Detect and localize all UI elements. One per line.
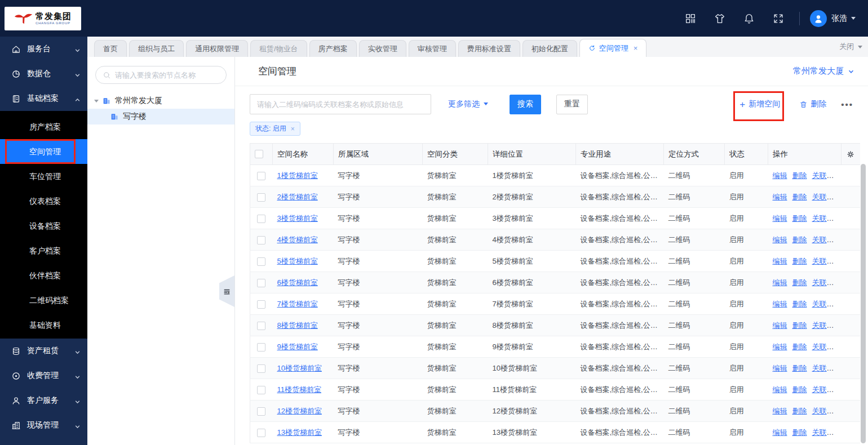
op-link-删除[interactable]: 删除 bbox=[792, 342, 807, 351]
apps-grid-icon[interactable] bbox=[684, 12, 697, 25]
sidebar-item-客户服务[interactable]: 客户服务 bbox=[0, 388, 87, 413]
tree-node-常州常发大厦[interactable]: 常州常发大厦 bbox=[87, 93, 234, 109]
op-link-关联工单[interactable]: 关联工单 bbox=[812, 321, 842, 330]
row-checkbox[interactable] bbox=[257, 215, 265, 223]
space-name-link[interactable]: 8楼货梯前室 bbox=[277, 321, 318, 330]
sidebar-item-资产租赁[interactable]: 资产租赁 bbox=[0, 339, 87, 363]
row-checkbox[interactable] bbox=[257, 364, 265, 373]
op-link-删除[interactable]: 删除 bbox=[792, 300, 807, 308]
op-link-删除[interactable]: 删除 bbox=[792, 278, 807, 287]
op-link-编辑[interactable]: 编辑 bbox=[773, 364, 787, 372]
tab-close-icon[interactable]: × bbox=[634, 44, 638, 52]
space-name-link[interactable]: 9楼货梯前室 bbox=[277, 342, 318, 351]
op-link-编辑[interactable]: 编辑 bbox=[773, 171, 787, 180]
sidebar-subitem-基础资料[interactable]: 基础资料 bbox=[0, 313, 87, 337]
op-link-关联工单[interactable]: 关联工单 bbox=[812, 300, 842, 308]
space-name-link[interactable]: 1楼货梯前室 bbox=[277, 171, 318, 180]
op-link-编辑[interactable]: 编辑 bbox=[773, 235, 787, 244]
space-name-link[interactable]: 7楼货梯前室 bbox=[277, 300, 318, 308]
close-tabs-button[interactable]: 关闭 bbox=[839, 42, 862, 52]
tab-空间管理[interactable]: 空间管理× bbox=[579, 39, 647, 57]
space-name-link[interactable]: 4楼货梯前室 bbox=[277, 235, 318, 244]
tab-费用标准设置[interactable]: 费用标准设置 bbox=[458, 40, 520, 57]
row-checkbox[interactable] bbox=[257, 322, 265, 330]
tab-租赁/物业台[interactable]: 租赁/物业台 bbox=[250, 40, 307, 57]
space-name-link[interactable]: 11楼货梯前室 bbox=[277, 385, 322, 394]
tab-通用权限管理[interactable]: 通用权限管理 bbox=[186, 40, 248, 57]
space-name-link[interactable]: 3楼货梯前室 bbox=[277, 214, 318, 222]
row-checkbox[interactable] bbox=[257, 300, 265, 309]
op-link-编辑[interactable]: 编辑 bbox=[773, 385, 787, 394]
op-link-删除[interactable]: 删除 bbox=[792, 407, 807, 415]
project-selector[interactable]: 常州常发大厦 bbox=[793, 66, 854, 77]
op-link-编辑[interactable]: 编辑 bbox=[773, 321, 787, 330]
tab-实收管理[interactable]: 实收管理 bbox=[359, 40, 406, 57]
space-name-link[interactable]: 5楼货梯前室 bbox=[277, 257, 318, 265]
notifications-bell-icon[interactable] bbox=[743, 12, 755, 25]
row-checkbox[interactable] bbox=[257, 386, 265, 394]
op-link-编辑[interactable]: 编辑 bbox=[773, 300, 787, 308]
op-link-删除[interactable]: 删除 bbox=[792, 171, 807, 180]
theme-skin-icon[interactable] bbox=[714, 12, 726, 25]
sidebar-item-数据仓[interactable]: 数据仓 bbox=[0, 61, 87, 86]
sidebar-item-现场管理[interactable]: 现场管理 bbox=[0, 413, 87, 438]
sidebar-item-服务台[interactable]: 服务台 bbox=[0, 37, 87, 61]
add-space-button[interactable]: + 新增空间 bbox=[739, 99, 780, 109]
table-scrollbar[interactable] bbox=[861, 164, 866, 443]
space-name-link[interactable]: 2楼货梯前室 bbox=[277, 193, 318, 201]
row-checkbox[interactable] bbox=[257, 407, 265, 416]
row-checkbox[interactable] bbox=[257, 193, 265, 202]
sidebar-subitem-仪表档案[interactable]: 仪表档案 bbox=[0, 189, 87, 213]
more-actions-button[interactable]: ••• bbox=[841, 100, 853, 109]
op-link-关联工单[interactable]: 关联工单 bbox=[812, 278, 842, 287]
space-name-link[interactable]: 12楼货梯前室 bbox=[277, 407, 322, 415]
op-link-关联工单[interactable]: 关联工单 bbox=[812, 428, 842, 437]
sidebar-subitem-车位管理[interactable]: 车位管理 bbox=[0, 164, 87, 189]
tab-审核管理[interactable]: 审核管理 bbox=[409, 40, 456, 57]
space-name-link[interactable]: 6楼货梯前室 bbox=[277, 278, 318, 287]
op-link-关联工单[interactable]: 关联工单 bbox=[812, 193, 842, 201]
op-link-编辑[interactable]: 编辑 bbox=[773, 257, 787, 265]
sidebar-subitem-空间管理[interactable]: 空间管理 bbox=[0, 139, 87, 164]
sidebar-item-收费管理[interactable]: 收费管理 bbox=[0, 363, 87, 388]
tree-search-input[interactable] bbox=[115, 71, 219, 79]
op-link-删除[interactable]: 删除 bbox=[792, 257, 807, 265]
op-link-删除[interactable]: 删除 bbox=[792, 214, 807, 222]
tab-组织与员工[interactable]: 组织与员工 bbox=[129, 40, 184, 57]
tree-node-写字楼[interactable]: 写字楼 bbox=[87, 109, 234, 124]
select-all-checkbox[interactable] bbox=[255, 150, 263, 158]
sidebar-subitem-伙伴档案[interactable]: 伙伴档案 bbox=[0, 263, 87, 288]
panel-collapse-handle[interactable] bbox=[219, 275, 234, 307]
user-menu[interactable]: 张浩 bbox=[810, 10, 856, 27]
row-checkbox[interactable] bbox=[257, 172, 265, 180]
keyword-input[interactable] bbox=[250, 94, 431, 114]
sidebar-subitem-客户档案[interactable]: 客户档案 bbox=[0, 238, 87, 263]
space-name-link[interactable]: 13楼货梯前室 bbox=[277, 428, 322, 437]
op-link-编辑[interactable]: 编辑 bbox=[773, 214, 787, 222]
op-link-关联工单[interactable]: 关联工单 bbox=[812, 235, 842, 244]
op-link-关联工单[interactable]: 关联工单 bbox=[812, 257, 842, 265]
refresh-icon[interactable] bbox=[588, 44, 596, 52]
op-link-删除[interactable]: 删除 bbox=[792, 193, 807, 201]
fullscreen-icon[interactable] bbox=[772, 12, 785, 25]
sidebar-subitem-二维码档案[interactable]: 二维码档案 bbox=[0, 288, 87, 313]
op-link-删除[interactable]: 删除 bbox=[792, 235, 807, 244]
tab-房产档案[interactable]: 房产档案 bbox=[309, 40, 357, 57]
op-link-编辑[interactable]: 编辑 bbox=[773, 278, 787, 287]
sidebar-subitem-房产档案[interactable]: 房产档案 bbox=[0, 114, 87, 139]
op-link-关联工单[interactable]: 关联工单 bbox=[812, 214, 842, 222]
op-link-编辑[interactable]: 编辑 bbox=[773, 193, 787, 201]
remove-tag-icon[interactable]: × bbox=[291, 125, 295, 133]
op-link-删除[interactable]: 删除 bbox=[792, 428, 807, 437]
reset-button[interactable]: 重置 bbox=[556, 95, 588, 114]
gear-icon[interactable] bbox=[846, 149, 855, 158]
op-link-关联工单[interactable]: 关联工单 bbox=[812, 342, 842, 351]
row-checkbox[interactable] bbox=[257, 257, 265, 266]
tab-初始化配置[interactable]: 初始化配置 bbox=[522, 40, 577, 57]
tab-首页[interactable]: 首页 bbox=[94, 40, 127, 57]
op-link-关联工单[interactable]: 关联工单 bbox=[812, 385, 842, 394]
op-link-删除[interactable]: 删除 bbox=[792, 364, 807, 372]
search-button[interactable]: 搜索 bbox=[510, 95, 541, 114]
delete-button[interactable]: 删除 bbox=[799, 99, 826, 109]
sidebar-item-基础档案[interactable]: 基础档案 bbox=[0, 86, 87, 111]
